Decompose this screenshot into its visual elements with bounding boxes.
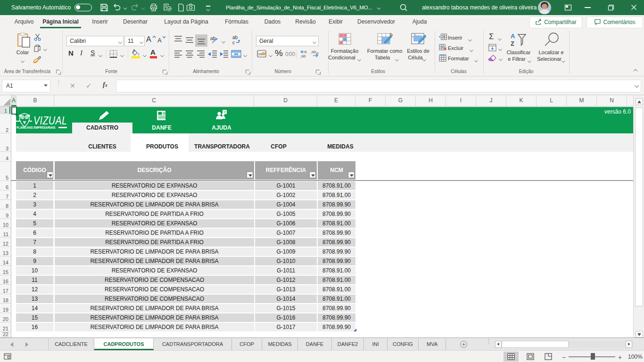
svg-text:A: A [511, 33, 515, 40]
svg-text:0: 0 [316, 51, 319, 56]
svg-text:,00: ,00 [300, 54, 306, 58]
svg-text:c: c [232, 40, 235, 45]
svg-text:Z: Z [511, 40, 514, 47]
svg-text:0: 0 [305, 50, 307, 54]
svg-text:ab: ab [232, 35, 238, 40]
svg-text:?: ? [224, 110, 226, 115]
svg-text:,00: ,00 [311, 50, 316, 54]
